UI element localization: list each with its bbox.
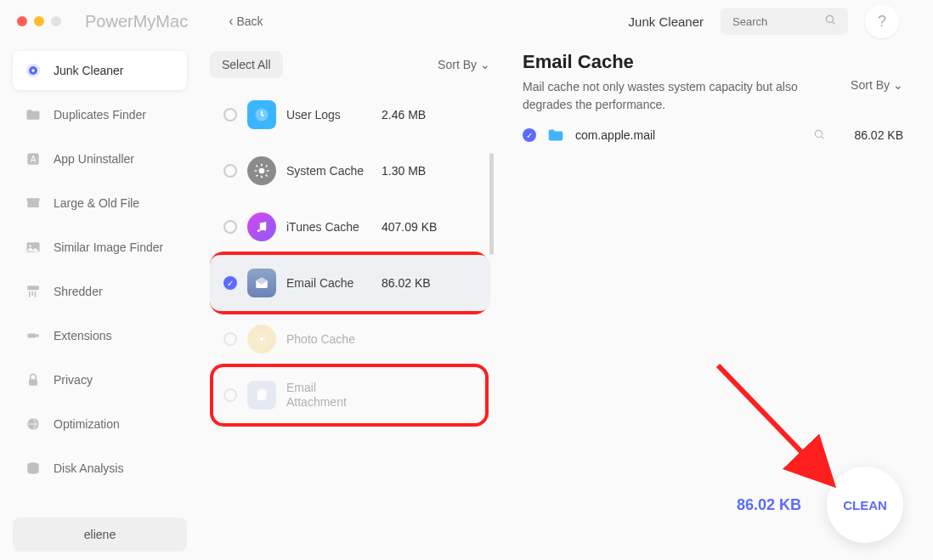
checkbox[interactable] <box>223 388 237 402</box>
app-name: PowerMyMac <box>85 12 188 31</box>
sort-by-button[interactable]: Sort By ⌄ <box>438 58 490 71</box>
search-icon <box>824 14 836 29</box>
minimize-window[interactable] <box>34 16 44 26</box>
search-box[interactable] <box>721 8 848 35</box>
sidebar-item-extensions[interactable]: Extensions <box>13 316 187 355</box>
chevron-left-icon: ‹ <box>229 14 233 29</box>
select-all-button[interactable]: Select All <box>210 51 283 78</box>
help-button[interactable]: ? <box>865 4 899 38</box>
image-icon <box>25 239 42 256</box>
sidebar-item-junk-cleaner[interactable]: Junk Cleaner <box>13 51 187 90</box>
svg-point-22 <box>263 229 266 231</box>
sort-by-label: Sort By <box>438 58 477 71</box>
user-logs-icon <box>247 100 276 129</box>
itunes-icon <box>247 212 276 241</box>
checkbox[interactable] <box>523 128 536 142</box>
reveal-icon[interactable] <box>813 128 825 143</box>
svg-point-26 <box>815 130 822 137</box>
titlebar: PowerMyMac ‹ Back Junk Cleaner ? <box>0 0 933 42</box>
category-size: 407.09 KB <box>382 220 437 234</box>
close-window[interactable] <box>17 16 27 26</box>
svg-text:A: A <box>31 155 37 164</box>
email-icon <box>247 269 276 297</box>
checkbox[interactable] <box>223 276 237 290</box>
sidebar-item-label: Duplicates Finder <box>54 108 146 122</box>
category-row-email-attachment[interactable]: Email Attachment <box>210 367 490 423</box>
app-icon: A <box>25 150 42 167</box>
svg-line-27 <box>822 136 824 139</box>
svg-rect-11 <box>27 286 38 290</box>
disk-icon <box>25 460 42 477</box>
category-name: System Cache <box>286 164 371 178</box>
detail-title: Email Cache <box>523 51 903 73</box>
file-name: com.apple.mail <box>575 128 803 142</box>
category-row-email-cache[interactable]: Email Cache 86.02 KB <box>210 255 490 311</box>
checkbox[interactable] <box>223 332 237 346</box>
svg-rect-16 <box>29 379 37 386</box>
category-name: User Logs <box>286 108 371 122</box>
detail-panel: Email Cache Mail cache not only wastes s… <box>506 42 933 560</box>
window-controls <box>17 16 61 26</box>
checkbox[interactable] <box>223 164 237 178</box>
svg-point-20 <box>259 168 265 174</box>
cleaner-icon <box>25 62 42 79</box>
category-list: User Logs 2.46 MB System Cache 1.30 MB <box>210 87 490 423</box>
sidebar-item-large-old[interactable]: Large & Old File <box>13 184 187 223</box>
system-cache-icon <box>247 156 276 185</box>
svg-point-21 <box>257 229 260 232</box>
sort-by-label: Sort By <box>851 78 890 92</box>
lock-icon <box>25 371 42 388</box>
sidebar-item-label: Large & Old File <box>54 196 139 210</box>
photo-icon <box>247 325 276 354</box>
category-row-photo-cache[interactable]: Photo Cache <box>210 311 490 367</box>
checkbox[interactable] <box>223 108 237 122</box>
shredder-icon <box>25 283 42 300</box>
svg-point-10 <box>29 245 31 247</box>
checkbox[interactable] <box>223 220 237 234</box>
scrollbar[interactable] <box>489 153 494 255</box>
total-size: 86.02 KB <box>737 496 801 514</box>
sidebar-item-label: App Uninstaller <box>54 152 134 166</box>
header-title: Junk Cleaner <box>629 14 704 29</box>
svg-rect-25 <box>259 389 267 399</box>
chevron-down-icon: ⌄ <box>480 58 490 71</box>
svg-point-0 <box>826 15 833 22</box>
category-row-system-cache[interactable]: System Cache 1.30 MB <box>210 143 490 199</box>
category-panel: Select All Sort By ⌄ User Logs 2.46 MB <box>200 42 506 560</box>
svg-rect-14 <box>35 291 37 297</box>
category-row-itunes-cache[interactable]: iTunes Cache 407.09 KB <box>210 199 490 255</box>
category-row-user-logs[interactable]: User Logs 2.46 MB <box>210 87 490 143</box>
sidebar-item-label: Privacy <box>54 373 93 387</box>
sidebar-item-label: Junk Cleaner <box>54 64 124 77</box>
detail-sort-by[interactable]: Sort By ⌄ <box>851 78 903 92</box>
sidebar: Junk Cleaner Duplicates Finder A App Uni… <box>0 42 200 560</box>
search-input[interactable] <box>732 15 817 28</box>
category-name: Email Cache <box>286 276 371 291</box>
back-button[interactable]: ‹ Back <box>229 14 263 29</box>
sidebar-item-uninstaller[interactable]: A App Uninstaller <box>13 139 187 178</box>
svg-line-1 <box>833 22 835 25</box>
category-size: 86.02 KB <box>382 276 431 290</box>
sidebar-item-similar-image[interactable]: Similar Image Finder <box>13 228 187 267</box>
sidebar-item-shredder[interactable]: Shredder <box>13 272 187 311</box>
category-name: Email Attachment <box>286 381 371 410</box>
sidebar-item-duplicates[interactable]: Duplicates Finder <box>13 95 187 134</box>
file-row[interactable]: com.apple.mail 86.02 KB <box>523 114 903 156</box>
svg-point-23 <box>260 337 264 342</box>
svg-rect-8 <box>27 198 40 201</box>
back-label: Back <box>236 14 263 28</box>
profile-button[interactable]: eliene <box>13 518 187 552</box>
clean-button[interactable]: CLEAN <box>827 467 903 543</box>
sidebar-item-label: Similar Image Finder <box>54 240 163 254</box>
app-window: PowerMyMac ‹ Back Junk Cleaner ? Junk Cl… <box>0 0 933 560</box>
sidebar-item-privacy[interactable]: Privacy <box>13 360 187 399</box>
globe-icon <box>25 416 42 433</box>
sidebar-item-optimization[interactable]: Optimization <box>13 404 187 444</box>
category-name: iTunes Cache <box>286 220 371 235</box>
sidebar-item-label: Shredder <box>54 285 103 298</box>
svg-rect-12 <box>29 291 31 297</box>
sidebar-item-label: Disk Analysis <box>54 461 123 475</box>
maximize-window[interactable] <box>51 16 61 26</box>
sidebar-item-disk-analysis[interactable]: Disk Analysis <box>13 449 187 488</box>
svg-rect-13 <box>31 291 33 296</box>
